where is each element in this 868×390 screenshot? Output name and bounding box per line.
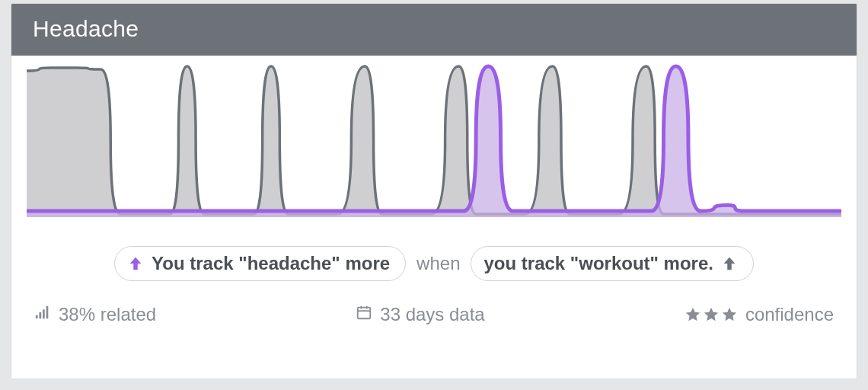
days-stat: 33 days data — [356, 304, 484, 325]
svg-rect-2 — [43, 309, 45, 318]
insight-connector: when — [416, 253, 460, 274]
series-headache-line — [27, 66, 841, 211]
chart-area — [11, 56, 857, 223]
insight-pill-right[interactable]: you track "workout" more. — [471, 246, 754, 281]
insight-pill-left-text: You track "headache" more — [152, 253, 390, 274]
calendar-icon — [356, 304, 372, 325]
card-header: Headache — [11, 4, 857, 56]
related-stat: 38% related — [34, 304, 156, 325]
star-icon — [721, 306, 738, 323]
days-text: 33 days data — [380, 304, 484, 325]
star-icon — [703, 306, 720, 323]
related-text: 38% related — [59, 304, 156, 325]
svg-rect-3 — [46, 306, 49, 319]
confidence-stars — [685, 306, 738, 323]
insight-sentence: You track "headache" more when you track… — [11, 223, 857, 289]
chart-svg — [27, 63, 841, 223]
series-workout-line — [27, 66, 841, 214]
insight-pill-right-text: you track "workout" more. — [483, 253, 713, 274]
svg-rect-1 — [39, 312, 41, 318]
series-workout-area — [27, 66, 841, 217]
insight-pill-left[interactable]: You track "headache" more — [114, 246, 406, 281]
insight-card: Headache You track "headache" more when … — [11, 3, 857, 379]
arrow-up-icon — [127, 255, 144, 272]
arrow-up-icon — [721, 255, 738, 272]
series-headache-area — [27, 66, 841, 217]
star-icon — [685, 306, 701, 323]
svg-rect-4 — [358, 308, 371, 319]
confidence-stat: confidence — [685, 304, 834, 325]
stats-row: 38% related 33 days data confidence — [11, 289, 857, 333]
confidence-text: confidence — [745, 304, 834, 325]
svg-rect-0 — [36, 315, 38, 319]
bars-icon — [34, 304, 51, 325]
card-title: Headache — [33, 16, 139, 41]
